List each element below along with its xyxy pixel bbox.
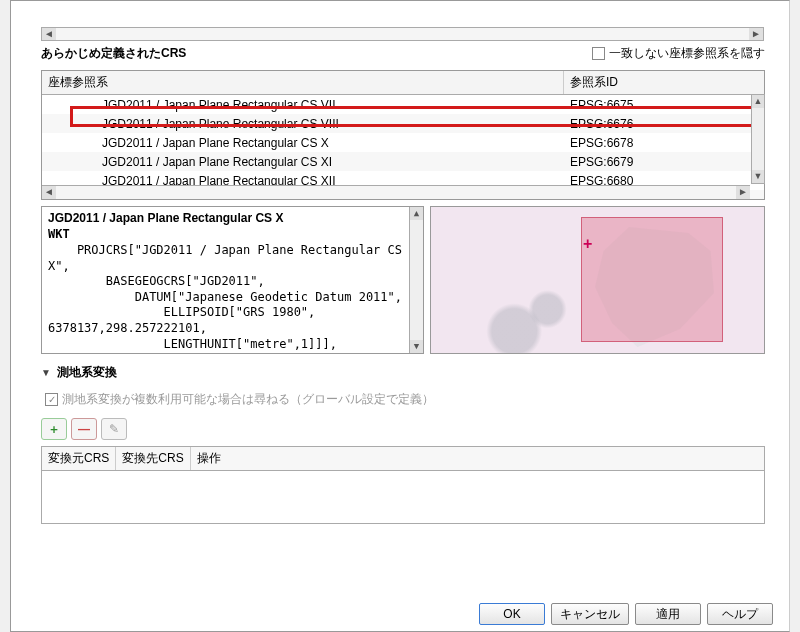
crs-list-vertical-scrollbar[interactable]: ▲ ▼ xyxy=(751,94,765,184)
cancel-button[interactable]: キャンセル xyxy=(551,603,629,625)
dialog-button-bar: OK キャンセル 適用 ヘルプ xyxy=(479,603,773,625)
scroll-down-icon[interactable]: ▼ xyxy=(410,340,423,353)
crs-id-cell: EPSG:6676 xyxy=(564,117,764,131)
crs-id-cell: EPSG:6675 xyxy=(564,98,764,112)
apply-button[interactable]: 適用 xyxy=(635,603,701,625)
wkt-vertical-scrollbar[interactable]: ▲ ▼ xyxy=(409,207,423,353)
minus-icon: ― xyxy=(78,422,90,436)
datum-transform-header[interactable]: ▼ 測地系変換 xyxy=(11,354,789,387)
scroll-track[interactable] xyxy=(56,186,736,199)
crs-list-horizontal-scrollbar[interactable]: ◄ ► xyxy=(42,185,750,199)
crs-name-cell: JGD2011 / Japan Plane Rectangular CS X xyxy=(42,136,564,150)
add-button[interactable]: ＋ xyxy=(41,418,67,440)
wkt-heading: WKT xyxy=(48,227,417,241)
scroll-track[interactable] xyxy=(410,220,423,340)
scroll-track[interactable] xyxy=(56,28,749,40)
id-column-header[interactable]: 参照系ID xyxy=(564,71,764,94)
upper-horizontal-scrollbar[interactable]: ◄ ► xyxy=(41,27,764,41)
datum-grid-header: 変換元CRS 変換先CRS 操作 xyxy=(42,447,764,471)
predefined-crs-title: あらかじめ定義されたCRS xyxy=(41,45,186,62)
crs-list: 座標参照系 参照系ID JGD2011 / Japan Plane Rectan… xyxy=(41,70,765,200)
crs-name-cell: JGD2011 / Japan Plane Rectangular CS VII… xyxy=(42,117,564,131)
scroll-down-icon[interactable]: ▼ xyxy=(752,170,764,183)
crs-name-cell: JGD2011 / Japan Plane Rectangular CS XI xyxy=(42,155,564,169)
dst-crs-column[interactable]: 変換先CRS xyxy=(116,447,190,470)
crs-id-cell: EPSG:6678 xyxy=(564,136,764,150)
scroll-left-icon[interactable]: ◄ xyxy=(42,28,56,40)
hide-unmatched-checkbox[interactable]: 一致しない座標参照系を隠す xyxy=(592,45,765,62)
predefined-crs-section: あらかじめ定義されたCRS 一致しない座標参照系を隠す xyxy=(11,41,789,66)
crs-name-cell: JGD2011 / Japan Plane Rectangular CS VII xyxy=(42,98,564,112)
selected-crs-title: JGD2011 / Japan Plane Rectangular CS X xyxy=(48,211,417,225)
datum-transform-body: ✓ 測地系変換が複数利用可能な場合は尋ねる（グローバル設定で定義） ＋ ― ✎ … xyxy=(41,387,765,524)
scroll-up-icon[interactable]: ▲ xyxy=(410,207,423,220)
checkbox-icon xyxy=(592,47,605,60)
edit-button[interactable]: ✎ xyxy=(101,418,127,440)
datum-toolbar: ＋ ― ✎ xyxy=(41,416,765,446)
plus-icon: + xyxy=(583,235,592,253)
scroll-track[interactable] xyxy=(752,108,764,170)
ok-button[interactable]: OK xyxy=(479,603,545,625)
checkbox-checked-icon: ✓ xyxy=(45,393,58,406)
table-row[interactable]: JGD2011 / Japan Plane Rectangular CS X E… xyxy=(42,133,764,152)
datum-transform-grid[interactable]: 変換元CRS 変換先CRS 操作 xyxy=(41,446,765,524)
ask-when-multiple-label: 測地系変換が複数利用可能な場合は尋ねる（グローバル設定で定義） xyxy=(62,391,434,408)
table-row[interactable]: JGD2011 / Japan Plane Rectangular CS VII… xyxy=(42,114,764,133)
crs-id-cell: EPSG:6679 xyxy=(564,155,764,169)
map-extent-rect xyxy=(581,217,723,342)
hide-unmatched-label: 一致しない座標参照系を隠す xyxy=(609,45,765,62)
src-crs-column[interactable]: 変換元CRS xyxy=(42,447,116,470)
scroll-right-icon[interactable]: ► xyxy=(749,28,763,40)
help-button[interactable]: ヘルプ xyxy=(707,603,773,625)
scroll-up-icon[interactable]: ▲ xyxy=(752,95,764,108)
crs-list-header: 座標参照系 参照系ID xyxy=(42,71,764,95)
crs-extent-map[interactable]: + xyxy=(430,206,765,354)
triangle-down-icon: ▼ xyxy=(41,367,51,378)
plus-icon: ＋ xyxy=(48,421,60,438)
scroll-right-icon[interactable]: ► xyxy=(736,186,750,199)
operation-column[interactable]: 操作 xyxy=(191,447,227,470)
table-row[interactable]: JGD2011 / Japan Plane Rectangular CS VII… xyxy=(42,95,764,114)
scroll-left-icon[interactable]: ◄ xyxy=(42,186,56,199)
remove-button[interactable]: ― xyxy=(71,418,97,440)
crs-column-header[interactable]: 座標参照系 xyxy=(42,71,564,94)
detail-row: JGD2011 / Japan Plane Rectangular CS X W… xyxy=(41,206,765,354)
wkt-pane[interactable]: JGD2011 / Japan Plane Rectangular CS X W… xyxy=(41,206,424,354)
datum-section-title: 測地系変換 xyxy=(57,364,117,381)
wkt-text: PROJCRS["JGD2011 / Japan Plane Rectangul… xyxy=(48,243,417,354)
ask-when-multiple-checkbox[interactable]: ✓ 測地系変換が複数利用可能な場合は尋ねる（グローバル設定で定義） xyxy=(41,387,765,416)
upper-area: ◄ ► xyxy=(11,1,789,41)
crs-dialog: ◄ ► あらかじめ定義されたCRS 一致しない座標参照系を隠す 座標参照系 参照… xyxy=(10,0,790,632)
table-row[interactable]: JGD2011 / Japan Plane Rectangular CS XI … xyxy=(42,152,764,171)
edit-icon: ✎ xyxy=(109,422,119,436)
crs-list-body[interactable]: JGD2011 / Japan Plane Rectangular CS VII… xyxy=(42,95,764,199)
